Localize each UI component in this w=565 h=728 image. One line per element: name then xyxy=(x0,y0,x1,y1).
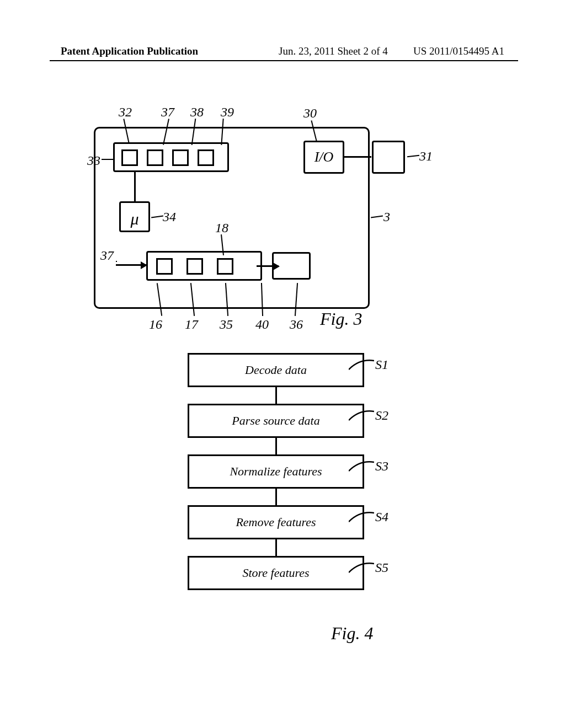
ref-s3: S3 xyxy=(375,459,388,474)
ref-37-left: 37 xyxy=(100,248,114,263)
figure-3-caption: Fig. 3 xyxy=(320,309,362,329)
ref-16: 16 xyxy=(149,317,162,332)
header-rule xyxy=(50,60,518,61)
ref-35: 35 xyxy=(220,317,233,332)
block-31 xyxy=(372,141,405,174)
flow-step-s4: Remove features xyxy=(188,505,364,539)
mem-bot-cell-35 xyxy=(217,258,233,275)
leader-s5 xyxy=(349,561,374,574)
flow-step-s1: Decode data xyxy=(188,353,364,387)
block-36 xyxy=(272,252,311,280)
figure-4-caption: Fig. 4 xyxy=(331,623,373,644)
flow-conn-4 xyxy=(275,539,277,556)
io-block: I/O xyxy=(303,141,344,174)
header-left: Patent Application Publication xyxy=(61,45,198,57)
ref-37-top: 37 xyxy=(161,105,174,120)
ref-38: 38 xyxy=(190,105,204,120)
figure-4: Decode data S1 Parse source data S2 Norm… xyxy=(160,353,392,590)
flow-conn-3 xyxy=(275,489,277,505)
mem-top-cell-38 xyxy=(172,149,189,166)
flow-step-s2: Parse source data xyxy=(188,404,364,438)
ref-17: 17 xyxy=(185,317,198,332)
mem-top-cell-39 xyxy=(198,149,214,166)
flow-step-s3-text: Normalize features xyxy=(230,464,322,479)
io-link xyxy=(344,156,371,158)
memory-bottom xyxy=(146,251,262,281)
mem-bot-cell-17 xyxy=(186,258,203,275)
flow-step-s5-text: Store features xyxy=(242,566,309,580)
leader-s1 xyxy=(349,358,374,371)
mem-top-cell-32 xyxy=(121,149,138,166)
leader-3 xyxy=(371,215,383,218)
flow-step-s1-text: Decode data xyxy=(245,363,307,377)
flow-conn-1 xyxy=(275,387,277,404)
leader-31 xyxy=(407,155,419,157)
ref-31: 31 xyxy=(419,149,433,164)
mu-label: μ xyxy=(130,210,138,228)
flow-step-s5: Store features xyxy=(188,556,364,590)
leader-33 xyxy=(102,159,114,160)
ref-3: 3 xyxy=(383,210,390,224)
flow-step-s2-text: Parse source data xyxy=(232,414,319,428)
mem-mu-link xyxy=(134,172,136,202)
ref-s5: S5 xyxy=(375,560,388,575)
page-header: Patent Application Publication Jun. 23, … xyxy=(61,45,504,57)
ref-18: 18 xyxy=(215,221,228,235)
header-center: Jun. 23, 2011 Sheet 2 of 4 xyxy=(279,45,388,57)
processor-block: μ xyxy=(119,201,150,232)
ref-30: 30 xyxy=(303,106,317,121)
leader-s4 xyxy=(349,511,374,523)
leader-s2 xyxy=(349,409,374,421)
header-right: US 2011/0154495 A1 xyxy=(413,45,504,57)
mem-top-cell-37 xyxy=(147,149,163,166)
ref-s1: S1 xyxy=(375,357,388,372)
ref-s2: S2 xyxy=(375,408,388,423)
ref-36: 36 xyxy=(290,317,303,332)
patent-page: Patent Application Publication Jun. 23, … xyxy=(0,0,565,728)
flow-step-s4-text: Remove features xyxy=(236,515,316,529)
ref-33: 33 xyxy=(87,153,100,168)
figure-3: 32 37 38 39 30 I/O 31 3 33 μ 34 xyxy=(94,127,436,331)
mem-bot-cell-16 xyxy=(156,258,173,275)
ref-39: 39 xyxy=(221,105,234,120)
ref-s4: S4 xyxy=(375,510,388,524)
memory-top xyxy=(113,142,229,172)
ref-32: 32 xyxy=(119,105,132,120)
leader-s3 xyxy=(349,460,374,472)
flow-conn-2 xyxy=(275,438,277,454)
flow-step-s3: Normalize features xyxy=(188,454,364,489)
ref-40: 40 xyxy=(255,317,269,332)
ref-34: 34 xyxy=(163,210,176,224)
leader-37b xyxy=(116,261,117,262)
io-label: I/O xyxy=(315,149,334,165)
